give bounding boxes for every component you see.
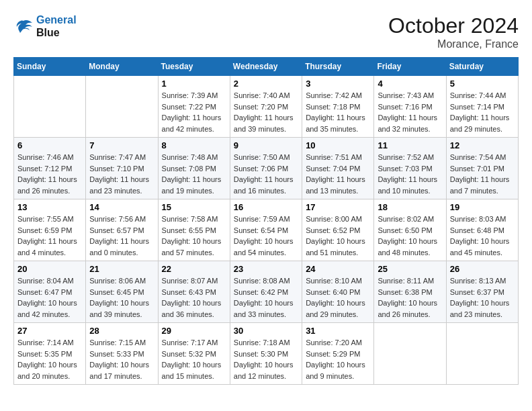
day-info: Sunrise: 7:40 AM Sunset: 7:20 PM Dayligh… bbox=[234, 90, 298, 134]
day-info: Sunrise: 7:50 AM Sunset: 7:06 PM Dayligh… bbox=[234, 152, 298, 196]
calendar-cell: 17Sunrise: 8:00 AM Sunset: 6:52 PM Dayli… bbox=[302, 199, 374, 261]
location: Morance, France bbox=[388, 38, 519, 50]
day-info: Sunrise: 7:48 AM Sunset: 7:08 PM Dayligh… bbox=[162, 152, 226, 196]
day-number: 23 bbox=[234, 264, 298, 274]
calendar-cell bbox=[86, 76, 158, 138]
calendar-cell bbox=[14, 76, 86, 138]
day-number: 14 bbox=[89, 202, 154, 212]
calendar-cell: 2Sunrise: 7:40 AM Sunset: 7:20 PM Daylig… bbox=[230, 76, 302, 138]
day-info: Sunrise: 7:58 AM Sunset: 6:55 PM Dayligh… bbox=[162, 214, 226, 258]
day-number: 25 bbox=[378, 264, 442, 274]
calendar-cell: 1Sunrise: 7:39 AM Sunset: 7:22 PM Daylig… bbox=[158, 76, 230, 138]
calendar-cell: 19Sunrise: 8:03 AM Sunset: 6:48 PM Dayli… bbox=[446, 199, 518, 261]
day-info: Sunrise: 8:02 AM Sunset: 6:50 PM Dayligh… bbox=[378, 214, 442, 258]
day-number: 12 bbox=[450, 140, 515, 150]
day-info: Sunrise: 7:39 AM Sunset: 7:22 PM Dayligh… bbox=[162, 90, 226, 134]
page-header: General Blue October 2024 Morance, Franc… bbox=[13, 13, 519, 50]
calendar-cell: 12Sunrise: 7:54 AM Sunset: 7:01 PM Dayli… bbox=[446, 138, 518, 199]
day-number: 13 bbox=[17, 202, 82, 212]
calendar-cell bbox=[446, 323, 518, 385]
day-info: Sunrise: 7:18 AM Sunset: 5:30 PM Dayligh… bbox=[234, 337, 298, 381]
calendar-cell: 29Sunrise: 7:17 AM Sunset: 5:32 PM Dayli… bbox=[158, 323, 230, 385]
day-number: 7 bbox=[89, 140, 154, 150]
calendar-cell: 18Sunrise: 8:02 AM Sunset: 6:50 PM Dayli… bbox=[374, 199, 446, 261]
day-info: Sunrise: 7:15 AM Sunset: 5:33 PM Dayligh… bbox=[89, 337, 154, 381]
day-number: 2 bbox=[234, 79, 298, 89]
day-number: 27 bbox=[17, 326, 82, 336]
day-number: 24 bbox=[306, 264, 370, 274]
weekday-header: Thursday bbox=[302, 58, 374, 76]
weekday-header: Saturday bbox=[446, 58, 518, 76]
logo: General Blue bbox=[13, 13, 77, 39]
calendar-cell: 9Sunrise: 7:50 AM Sunset: 7:06 PM Daylig… bbox=[230, 138, 302, 199]
day-number: 4 bbox=[378, 79, 442, 89]
day-info: Sunrise: 8:03 AM Sunset: 6:48 PM Dayligh… bbox=[450, 214, 515, 258]
logo-icon bbox=[13, 18, 34, 34]
day-info: Sunrise: 7:47 AM Sunset: 7:10 PM Dayligh… bbox=[89, 152, 154, 196]
day-number: 3 bbox=[306, 79, 370, 89]
day-number: 9 bbox=[234, 140, 298, 150]
logo-text: General Blue bbox=[36, 13, 77, 39]
calendar-cell: 14Sunrise: 7:56 AM Sunset: 6:57 PM Dayli… bbox=[86, 199, 158, 261]
day-number: 1 bbox=[162, 79, 226, 89]
calendar-cell: 28Sunrise: 7:15 AM Sunset: 5:33 PM Dayli… bbox=[86, 323, 158, 385]
day-number: 29 bbox=[162, 326, 226, 336]
day-info: Sunrise: 7:20 AM Sunset: 5:29 PM Dayligh… bbox=[306, 337, 370, 381]
day-number: 15 bbox=[162, 202, 226, 212]
day-number: 22 bbox=[162, 264, 226, 274]
weekday-header: Monday bbox=[86, 58, 158, 76]
day-info: Sunrise: 7:52 AM Sunset: 7:03 PM Dayligh… bbox=[378, 152, 442, 196]
calendar-cell: 27Sunrise: 7:14 AM Sunset: 5:35 PM Dayli… bbox=[14, 323, 86, 385]
day-info: Sunrise: 8:00 AM Sunset: 6:52 PM Dayligh… bbox=[306, 214, 370, 258]
calendar-cell bbox=[374, 323, 446, 385]
weekday-header: Wednesday bbox=[230, 58, 302, 76]
day-number: 31 bbox=[306, 326, 370, 336]
day-number: 19 bbox=[450, 202, 515, 212]
day-number: 16 bbox=[234, 202, 298, 212]
day-info: Sunrise: 7:54 AM Sunset: 7:01 PM Dayligh… bbox=[450, 152, 515, 196]
calendar-cell: 16Sunrise: 7:59 AM Sunset: 6:54 PM Dayli… bbox=[230, 199, 302, 261]
day-number: 8 bbox=[162, 140, 226, 150]
day-info: Sunrise: 8:06 AM Sunset: 6:45 PM Dayligh… bbox=[89, 275, 154, 320]
calendar-cell: 5Sunrise: 7:44 AM Sunset: 7:14 PM Daylig… bbox=[446, 76, 518, 138]
day-info: Sunrise: 7:59 AM Sunset: 6:54 PM Dayligh… bbox=[234, 214, 298, 258]
weekday-header: Friday bbox=[374, 58, 446, 76]
day-info: Sunrise: 8:11 AM Sunset: 6:38 PM Dayligh… bbox=[378, 275, 442, 320]
day-info: Sunrise: 7:46 AM Sunset: 7:12 PM Dayligh… bbox=[17, 152, 82, 196]
calendar-cell: 20Sunrise: 8:04 AM Sunset: 6:47 PM Dayli… bbox=[14, 261, 86, 323]
calendar-table: SundayMondayTuesdayWednesdayThursdayFrid… bbox=[13, 57, 519, 385]
month-title: October 2024 bbox=[388, 13, 519, 38]
day-info: Sunrise: 8:04 AM Sunset: 6:47 PM Dayligh… bbox=[17, 275, 82, 320]
day-info: Sunrise: 7:17 AM Sunset: 5:32 PM Dayligh… bbox=[162, 337, 226, 381]
day-info: Sunrise: 7:55 AM Sunset: 6:59 PM Dayligh… bbox=[17, 214, 82, 258]
calendar-cell: 22Sunrise: 8:07 AM Sunset: 6:43 PM Dayli… bbox=[158, 261, 230, 323]
day-info: Sunrise: 7:42 AM Sunset: 7:18 PM Dayligh… bbox=[306, 90, 370, 134]
day-number: 26 bbox=[450, 264, 515, 274]
title-block: October 2024 Morance, France bbox=[388, 13, 519, 50]
calendar-cell: 7Sunrise: 7:47 AM Sunset: 7:10 PM Daylig… bbox=[86, 138, 158, 199]
day-number: 30 bbox=[234, 326, 298, 336]
calendar-cell: 31Sunrise: 7:20 AM Sunset: 5:29 PM Dayli… bbox=[302, 323, 374, 385]
calendar-cell: 25Sunrise: 8:11 AM Sunset: 6:38 PM Dayli… bbox=[374, 261, 446, 323]
calendar-cell: 21Sunrise: 8:06 AM Sunset: 6:45 PM Dayli… bbox=[86, 261, 158, 323]
calendar-cell: 23Sunrise: 8:08 AM Sunset: 6:42 PM Dayli… bbox=[230, 261, 302, 323]
calendar-cell: 3Sunrise: 7:42 AM Sunset: 7:18 PM Daylig… bbox=[302, 76, 374, 138]
day-info: Sunrise: 8:13 AM Sunset: 6:37 PM Dayligh… bbox=[450, 275, 515, 320]
day-info: Sunrise: 8:07 AM Sunset: 6:43 PM Dayligh… bbox=[162, 275, 226, 320]
day-info: Sunrise: 7:43 AM Sunset: 7:16 PM Dayligh… bbox=[378, 90, 442, 134]
day-number: 21 bbox=[89, 264, 154, 274]
day-number: 17 bbox=[306, 202, 370, 212]
calendar-cell: 8Sunrise: 7:48 AM Sunset: 7:08 PM Daylig… bbox=[158, 138, 230, 199]
day-number: 28 bbox=[89, 326, 154, 336]
day-info: Sunrise: 7:44 AM Sunset: 7:14 PM Dayligh… bbox=[450, 90, 515, 134]
day-info: Sunrise: 7:14 AM Sunset: 5:35 PM Dayligh… bbox=[17, 337, 82, 381]
day-info: Sunrise: 8:08 AM Sunset: 6:42 PM Dayligh… bbox=[234, 275, 298, 320]
calendar-cell: 10Sunrise: 7:51 AM Sunset: 7:04 PM Dayli… bbox=[302, 138, 374, 199]
day-number: 18 bbox=[378, 202, 442, 212]
day-number: 10 bbox=[306, 140, 370, 150]
day-number: 5 bbox=[450, 79, 515, 89]
calendar-cell: 13Sunrise: 7:55 AM Sunset: 6:59 PM Dayli… bbox=[14, 199, 86, 261]
day-info: Sunrise: 8:10 AM Sunset: 6:40 PM Dayligh… bbox=[306, 275, 370, 320]
calendar-cell: 30Sunrise: 7:18 AM Sunset: 5:30 PM Dayli… bbox=[230, 323, 302, 385]
calendar-cell: 11Sunrise: 7:52 AM Sunset: 7:03 PM Dayli… bbox=[374, 138, 446, 199]
